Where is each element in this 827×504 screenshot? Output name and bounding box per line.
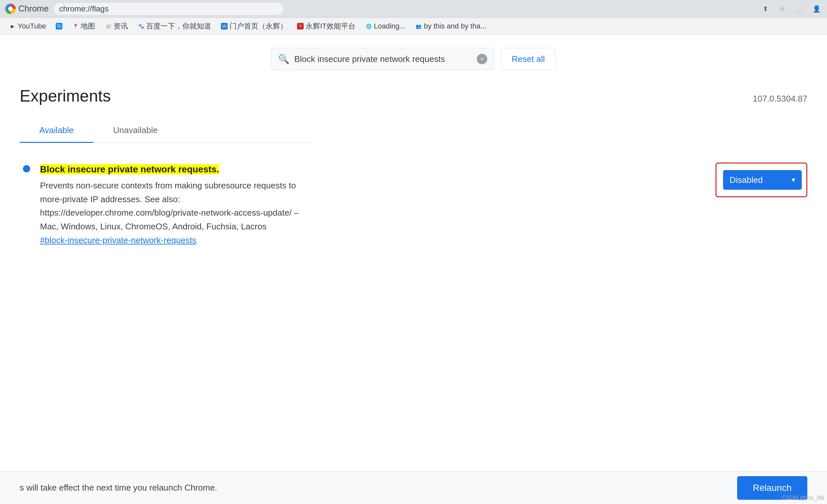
page-content: 🔍 Block insecure private network request… <box>0 35 827 265</box>
url-text: chrome://flags <box>59 4 108 13</box>
bookmark-yonghui-portal-label: 门户首页（永辉） <box>230 21 287 31</box>
bottom-bar: s will take effect the next time you rel… <box>0 471 827 504</box>
experiments-title: Experiments <box>20 87 111 106</box>
search-input[interactable]: Block insecure private network requests <box>294 54 472 64</box>
profile-icon[interactable]: 👤 <box>811 4 822 14</box>
baidu-favicon: 🐾 <box>138 23 144 30</box>
flag-control: Disabled ▾ <box>716 163 807 197</box>
chrome-logo <box>5 4 16 14</box>
bookmark-by-this[interactable]: 👥 by this and by tha... <box>411 21 491 32</box>
tab-unavailable[interactable]: Unavailable <box>93 119 178 143</box>
chevron-down-icon: ▾ <box>791 176 795 184</box>
flag-dot <box>23 165 30 172</box>
flag-description: Prevents non-secure contexts from making… <box>40 179 309 233</box>
bookmark-zhidao[interactable]: 知 <box>52 21 66 31</box>
url-bar[interactable]: chrome://flags <box>54 3 283 15</box>
tabs-container: Available Unavailable <box>20 119 315 143</box>
flag-link[interactable]: #block-insecure-private-network-requests <box>40 235 706 245</box>
tab-available[interactable]: Available <box>20 119 93 143</box>
search-icon: 🔍 <box>278 54 290 65</box>
flag-title: Block insecure private network requests. <box>40 164 219 174</box>
browser-title: Chrome <box>18 4 49 14</box>
flag-select-button[interactable]: Disabled ▾ <box>723 170 802 190</box>
flag-select-value: Disabled <box>730 175 763 185</box>
bookmark-baidu[interactable]: 🐾 百度一下，你就知道 <box>134 20 215 33</box>
yonghui-portal-favicon: W <box>221 23 228 30</box>
flag-content: Block insecure private network requests.… <box>40 163 706 245</box>
bookmark-map-label: 地图 <box>81 21 95 31</box>
bookmark-news[interactable]: 📰 资讯 <box>101 20 132 33</box>
bookmark-loading[interactable]: 🌐 Loading... <box>361 21 409 32</box>
extension-icon[interactable]: ⬜ <box>794 4 805 14</box>
loading-favicon: 🌐 <box>365 23 372 30</box>
bookmark-youtube[interactable]: ▶ YouTube <box>5 21 50 32</box>
search-container: 🔍 Block insecure private network request… <box>20 48 807 70</box>
search-clear-button[interactable]: × <box>477 54 487 64</box>
experiments-header: Experiments 107.0.5304.87 <box>20 87 807 106</box>
version-text: 107.0.5304.87 <box>753 94 807 104</box>
bookmark-youtube-label: YouTube <box>18 22 46 31</box>
browser-actions: ⬆ ☆ ⬜ 👤 <box>760 4 822 14</box>
star-icon[interactable]: ☆ <box>777 4 788 14</box>
search-box: 🔍 Block insecure private network request… <box>271 48 494 70</box>
flag-item: Block insecure private network requests.… <box>23 156 807 252</box>
bookmark-loading-label: Loading... <box>374 22 406 31</box>
zhidao-favicon: 知 <box>56 23 62 30</box>
yonghui-it-favicon: Y <box>297 23 304 30</box>
reset-all-button[interactable]: Reset all <box>501 48 555 70</box>
bookmark-map[interactable]: 📍 地图 <box>68 20 99 33</box>
browser-titlebar: Chrome chrome://flags ⬆ ☆ ⬜ 👤 <box>0 0 827 18</box>
bookmark-yonghui-it-label: 永辉IT效能平台 <box>306 21 355 31</box>
map-favicon: 📍 <box>72 23 79 30</box>
share-icon[interactable]: ⬆ <box>760 4 771 14</box>
youtube-favicon: ▶ <box>9 23 16 30</box>
news-favicon: 📰 <box>105 23 111 30</box>
bookmarks-bar: ▶ YouTube 知 📍 地图 📰 资讯 🐾 百度一下，你就知道 W 门户首页… <box>0 18 827 35</box>
bookmark-by-this-label: by this and by tha... <box>424 22 487 31</box>
by-this-favicon: 👥 <box>416 23 422 30</box>
bookmark-yonghui-portal[interactable]: W 门户首页（永辉） <box>217 20 291 33</box>
watermark: CSDN @xui_life <box>782 495 824 501</box>
bookmark-yonghui-it[interactable]: Y 永辉IT效能平台 <box>293 20 359 33</box>
flag-control-wrapper: Disabled ▾ <box>716 163 807 197</box>
bookmark-news-label: 资讯 <box>113 21 128 31</box>
relaunch-message: s will take effect the next time you rel… <box>20 483 217 493</box>
bookmark-baidu-label: 百度一下，你就知道 <box>146 21 211 31</box>
